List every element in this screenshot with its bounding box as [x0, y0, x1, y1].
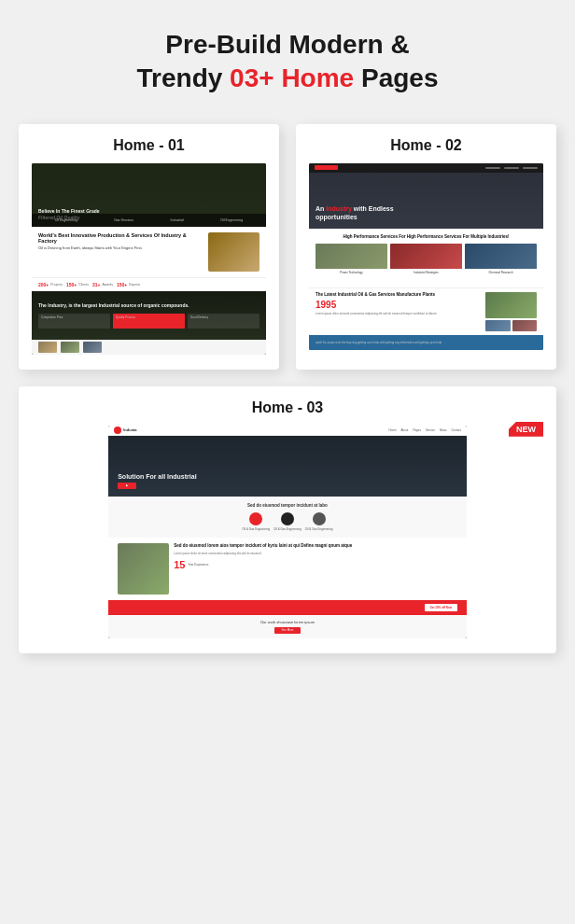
home01-dark-card-2: Quality Process: [113, 314, 185, 329]
home03-counter-label: Year Experience: [188, 563, 208, 567]
home03-section-heading: Sed do eiusmod tempor incidunt at labo: [118, 503, 457, 508]
home02-preview: An Industry with Endlessopportunities Hi…: [309, 163, 543, 350]
home01-dark-card-3: Good Delivery: [188, 314, 259, 329]
home03-see-more-btn[interactable]: See More: [274, 627, 301, 634]
home03-work-label: Our work showcase lorem ipsum: [118, 620, 457, 624]
home02-year: 1995: [316, 300, 481, 310]
home03-cta: Get 10% off Now: [108, 600, 467, 615]
home02-service-card-2: Industrial Strategies: [390, 244, 462, 276]
home01-bar-item3: Industrial: [171, 218, 184, 222]
home03-work: Our work showcase lorem ipsum See More: [108, 615, 467, 638]
home03-nav-contact: Contact: [451, 428, 460, 432]
home01-dark-card1-label: Competitive Price: [41, 315, 107, 319]
home01-stat-4: 150+ Experts: [117, 282, 140, 287]
home01-stat-2: 150+ Clients: [66, 282, 89, 287]
home03-nav-service: Service: [426, 428, 435, 432]
home02-img-sm-1: [485, 320, 511, 331]
home02-service-grid: Power Technology Industrial Strategies C…: [316, 244, 537, 276]
home01-dark-card3-label: Good Delivery: [190, 315, 257, 319]
home03-about: Sed do eiusmod lorem aios tempor incidun…: [108, 538, 467, 600]
home01-dark-card2-label: Quality Process: [116, 315, 182, 319]
home03-hero: Solution For all Industrial ▶: [108, 436, 467, 497]
home01-section: World's Best Innovative Production & Ser…: [32, 227, 266, 277]
home03-logo-icon: [114, 427, 121, 434]
home01-section-sub: Oil is Draining from Earth, always Start…: [38, 245, 203, 251]
home02-service-card-1: Power Technology: [316, 244, 387, 276]
home02-service-label-3: Chemical Research: [465, 269, 537, 276]
home03-service-icon-3: [313, 512, 326, 525]
home01-thumb3: [83, 342, 102, 353]
home03-cta-btn-label: Get 10% off Now: [429, 606, 452, 609]
home02-nav-link2: [504, 167, 519, 169]
home03-service-item-3: Oil & Gas Engineering: [305, 512, 333, 531]
home01-stat-3: 31+ Awards: [92, 282, 113, 287]
home01-dark-cards: Competitive Price Quality Process Good D…: [38, 314, 259, 329]
home01-thumb1: [38, 342, 57, 353]
home01-stats: 200+ Projects 150+ Clients 31+ Awards 15…: [32, 277, 266, 291]
home03-nav-home: Home: [389, 428, 397, 432]
title-line1: Pre-Build Modern &: [165, 30, 409, 59]
home03-service-row: Oil & Gas Engineering Oil & Gas Engineer…: [118, 512, 457, 531]
home03-nav-news: News: [440, 428, 447, 432]
home03-nav-links: Home About Pages Service News Contact: [389, 428, 461, 432]
home02-latest-right: [485, 292, 537, 331]
home01-bottom: [32, 340, 266, 355]
home01-section-heading: World's Best Innovative Production & Ser…: [38, 232, 203, 244]
home01-stat3-num: 31+: [92, 282, 100, 287]
home03-nav: Industa Home About Pages Service News Co…: [108, 426, 467, 436]
home01-title: Home - 01: [32, 137, 266, 154]
home01-bar-item2: Gas Services: [114, 218, 133, 222]
page-title: Pre-Build Modern & Trendy 03+ Home Pages: [137, 28, 439, 96]
home01-section-image: [208, 232, 259, 272]
home02-services-heading: High Performance Services For High Perfo…: [316, 234, 537, 240]
home02-service-img-2: [390, 244, 462, 269]
home03-hero-heading: Solution For all Industrial: [118, 473, 457, 480]
home02-title: Home - 02: [309, 137, 543, 154]
home01-dark-heading: The Industry, is the largest Industrial …: [38, 302, 259, 308]
home03-card[interactable]: Home - 03 NEW Industa Home About Pages S…: [19, 386, 556, 653]
home01-stat2-label: Clients: [78, 283, 89, 287]
home01-stat4-num: 150+: [117, 282, 127, 287]
home02-img-big: [485, 292, 537, 318]
home02-latest-heading: The Latest Industrial Oil & Gas Services…: [316, 292, 481, 298]
home02-footer-text: quick fox jumps over the lazy dog gettin…: [316, 341, 442, 344]
home03-about-text: Lorem ipsum dolor sit amet consectetur a…: [174, 552, 457, 556]
title-line2: Trendy: [137, 63, 231, 92]
home03-nav-pages: Pages: [413, 428, 421, 432]
home02-img-sm-2: [512, 320, 538, 331]
home03-service-item-1: Oil & Gas Engineering: [242, 512, 270, 531]
home03-service-text-3: Oil & Gas Engineering: [305, 527, 333, 531]
home02-hero-text: An Industry with Endlessopportunities: [316, 204, 537, 221]
home03-service-item-2: Oil & Gas Engineering: [273, 512, 302, 531]
home03-service-icon-2: [281, 512, 294, 525]
home01-dark-card-1: Competitive Price: [38, 314, 110, 329]
home01-section-left: World's Best Innovative Production & Ser…: [38, 232, 203, 272]
home02-service-card-3: Chemical Research: [465, 244, 537, 276]
home01-bar-item1: Oil Engineering: [55, 218, 77, 222]
home02-service-img-3: [465, 244, 537, 269]
top-cards-row: Home - 01 Believe In The Finest Grade Fi…: [19, 124, 556, 370]
home02-service-label-1: Power Technology: [316, 269, 387, 276]
home02-service-label-2: Industrial Strategies: [390, 269, 462, 276]
home02-card[interactable]: Home - 02 An Industry with Endlessopport…: [296, 124, 556, 370]
home03-work-btn-wrap: See More: [118, 627, 457, 634]
home01-stat2-num: 150+: [66, 282, 77, 287]
home02-hero: An Industry with Endlessopportunities: [309, 173, 543, 229]
home02-latest-left: The Latest Industrial Oil & Gas Services…: [316, 292, 481, 331]
home03-logo-text: Industa: [123, 427, 136, 432]
home02-service-img-1: [316, 244, 387, 269]
home03-logo: Industa: [114, 427, 136, 434]
home03-section: Sed do eiusmod tempor incidunt at labo O…: [108, 497, 467, 538]
home03-cta-btn: Get 10% off Now: [425, 604, 457, 611]
home01-hero-bar: Oil Engineering Gas Services Industrial …: [32, 214, 266, 227]
home02-footer: quick fox jumps over the lazy dog gettin…: [309, 335, 543, 350]
home03-nav-about: About: [401, 428, 409, 432]
home01-hero: Believe In The Finest Grade Filtered Oil…: [32, 163, 266, 227]
home01-stat1-label: Projects: [50, 283, 63, 287]
home02-nav-logo: [315, 165, 338, 170]
home02-img-sm-row: [485, 320, 537, 331]
home03-about-heading: Sed do eiusmod lorem aios tempor incidun…: [174, 543, 457, 549]
home03-hero-play-btn: ▶: [118, 483, 136, 489]
home01-preview: Believe In The Finest Grade Filtered Oil…: [32, 163, 266, 355]
home01-card[interactable]: Home - 01 Believe In The Finest Grade Fi…: [19, 124, 279, 370]
